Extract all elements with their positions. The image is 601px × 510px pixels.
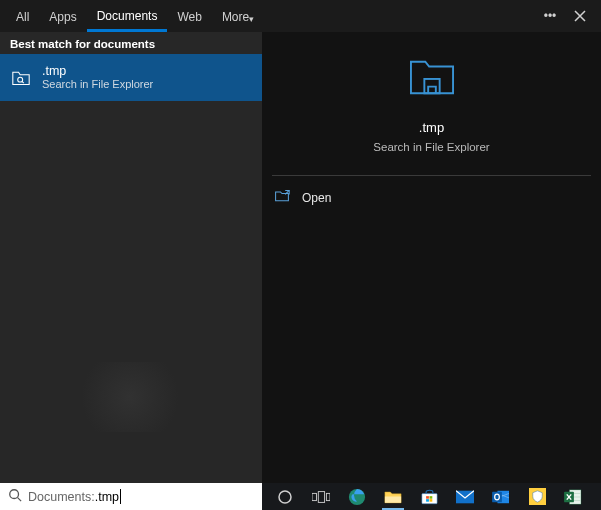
ellipsis-icon: ••• <box>544 9 557 23</box>
svg-rect-4 <box>312 493 317 500</box>
taskbar-security[interactable] <box>524 487 550 507</box>
result-subtitle: Search in File Explorer <box>42 78 153 91</box>
taskbar <box>262 483 601 510</box>
results-list: Best match for documents .tmp Search in … <box>0 32 262 483</box>
action-open[interactable]: Open <box>272 176 591 220</box>
taskbar-store[interactable] <box>416 487 442 507</box>
svg-rect-11 <box>429 496 432 499</box>
tab-apps[interactable]: Apps <box>39 2 86 30</box>
svg-rect-13 <box>429 499 432 502</box>
svg-point-3 <box>279 491 291 503</box>
chevron-down-icon: ▾ <box>249 14 254 24</box>
excel-icon <box>564 489 582 505</box>
taskbar-task-view[interactable] <box>308 487 334 507</box>
mail-icon <box>456 490 474 504</box>
taskbar-excel[interactable] <box>560 487 586 507</box>
result-item-selected[interactable]: .tmp Search in File Explorer <box>0 54 262 101</box>
edge-icon <box>348 488 366 506</box>
svg-rect-10 <box>426 496 429 499</box>
tab-all[interactable]: All <box>6 2 39 30</box>
search-query-text: .tmp <box>95 490 119 504</box>
svg-rect-8 <box>385 497 401 503</box>
taskbar-file-explorer[interactable] <box>380 487 406 507</box>
svg-rect-9 <box>421 493 436 503</box>
results-group-header: Best match for documents <box>0 32 262 54</box>
text-caret <box>120 489 121 504</box>
preview-title: .tmp <box>419 120 444 135</box>
tab-documents[interactable]: Documents <box>87 1 168 32</box>
result-title: .tmp <box>42 64 153 78</box>
more-options-button[interactable]: ••• <box>535 1 565 31</box>
open-in-explorer-icon <box>274 189 290 207</box>
close-button[interactable] <box>565 1 595 31</box>
svg-rect-6 <box>326 493 330 500</box>
tab-more-label: More <box>222 10 249 24</box>
search-scope-label: Documents: <box>28 490 95 504</box>
outlook-icon <box>492 489 510 505</box>
search-body: Best match for documents .tmp Search in … <box>0 32 601 483</box>
file-explorer-icon <box>384 489 402 504</box>
svg-point-2 <box>10 489 19 498</box>
action-open-label: Open <box>302 191 331 205</box>
svg-rect-5 <box>318 491 324 502</box>
taskbar-edge[interactable] <box>344 487 370 507</box>
store-icon <box>421 489 438 505</box>
result-text: .tmp Search in File Explorer <box>42 64 153 91</box>
search-input-box[interactable]: Documents: .tmp <box>0 483 262 510</box>
bottom-bar: Documents: .tmp <box>0 483 601 510</box>
cortana-icon <box>277 489 293 505</box>
svg-point-0 <box>18 77 23 82</box>
preview-pane: .tmp Search in File Explorer Open <box>262 32 601 483</box>
close-icon <box>574 10 586 22</box>
background-gradient <box>70 362 190 432</box>
search-text: Documents: .tmp <box>28 489 121 504</box>
task-view-icon <box>312 490 330 504</box>
security-icon <box>529 488 546 505</box>
taskbar-cortana[interactable] <box>272 487 298 507</box>
preview-folder-icon <box>407 56 457 104</box>
windows-search-panel: All Apps Documents Web More ▾ ••• Best m… <box>0 0 601 483</box>
search-icon <box>8 488 22 506</box>
svg-rect-16 <box>492 491 502 502</box>
taskbar-outlook[interactable] <box>488 487 514 507</box>
search-scope-tabs: All Apps Documents Web More ▾ ••• <box>0 0 601 32</box>
tab-web[interactable]: Web <box>167 2 211 30</box>
preview-subtitle: Search in File Explorer <box>373 141 489 153</box>
folder-search-icon <box>10 67 32 89</box>
tab-more[interactable]: More ▾ <box>212 2 264 30</box>
taskbar-mail[interactable] <box>452 487 478 507</box>
svg-rect-12 <box>426 499 429 502</box>
